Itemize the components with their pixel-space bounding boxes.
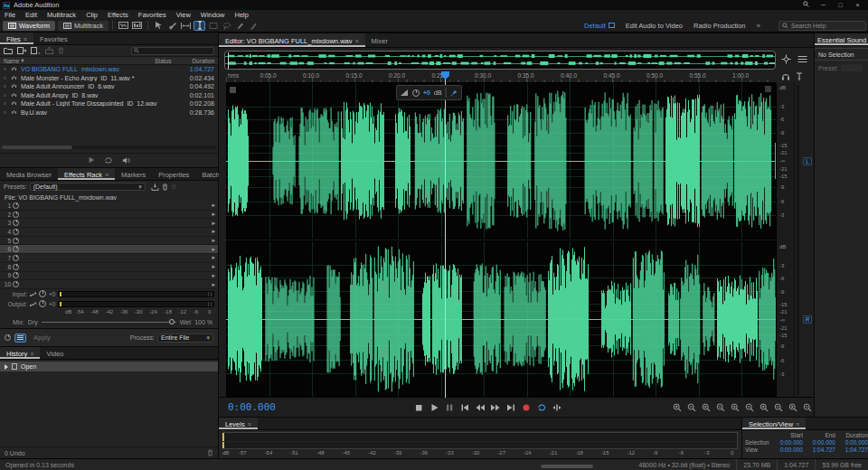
vertical-scrollbar[interactable] [797, 85, 799, 396]
panel-menu-icon[interactable]: ≡ [354, 38, 358, 44]
brush-tool-icon[interactable] [248, 21, 259, 31]
view-duration[interactable]: 1:04.727 [835, 446, 868, 453]
chevron-right-icon[interactable]: › [4, 66, 11, 72]
play-button[interactable] [428, 401, 439, 413]
effect-slot-2[interactable]: 2▸ [0, 211, 218, 220]
tab-selection-view[interactable]: Selection/View≡ [742, 418, 806, 429]
chevron-right-icon[interactable]: › [4, 83, 11, 89]
help-search-input[interactable] [791, 23, 863, 29]
close-button[interactable]: × [850, 1, 865, 10]
effect-slot-8[interactable]: 8▸ [0, 263, 218, 272]
selection-start[interactable]: 0:00.000 [772, 439, 803, 446]
file-row[interactable]: ›Male Monster - Echo Angry_ID_11.wav *0:… [0, 74, 218, 83]
pause-button[interactable] [443, 401, 455, 413]
zoom-out-full-button[interactable] [700, 401, 712, 413]
lasso-selection-tool-icon[interactable] [221, 21, 232, 31]
effect-slot-3[interactable]: 3▸ [0, 219, 218, 228]
multitrack-view-button[interactable]: Multitrack [58, 21, 108, 31]
effect-slot-7[interactable]: 7▸ [0, 254, 218, 263]
slot-arrow-icon[interactable]: ▸ [212, 211, 215, 218]
process-select[interactable]: Entire File▾ [157, 334, 213, 343]
playhead-line[interactable] [445, 71, 446, 398]
time-selection-tool-icon[interactable] [193, 21, 205, 31]
menu-window[interactable]: Window [201, 11, 225, 19]
zoom-reset-button[interactable] [729, 401, 741, 413]
files-search-input[interactable] [141, 48, 212, 54]
slot-power-icon[interactable] [13, 255, 19, 261]
preview-loop-button[interactable] [104, 156, 113, 164]
monitor-headphones-icon[interactable] [781, 72, 790, 82]
workspace-default[interactable]: Default [584, 22, 615, 30]
zoom-in-amplitude-button[interactable] [772, 401, 784, 413]
volume-hud[interactable]: +0 dB [396, 85, 462, 100]
tab-mixer[interactable]: Mixer [365, 33, 394, 47]
zoom-out-time-button[interactable] [758, 401, 769, 413]
menu-multitrack[interactable]: Multitrack [47, 11, 76, 19]
panel-menu-icon[interactable]: ≡ [30, 351, 33, 357]
file-row[interactable]: ›Male Adult Angry_ID_8.wav0:02.101 [0, 91, 218, 100]
waveform-left-channel[interactable] [226, 83, 776, 239]
zoom-in-left-edge-button[interactable] [671, 401, 683, 413]
slot-power-icon[interactable] [13, 212, 19, 218]
auto-play-speaker-icon[interactable] [122, 156, 131, 164]
wave-corner-widget[interactable] [230, 87, 236, 93]
panel-menu-icon[interactable]: ≡ [24, 36, 27, 42]
scrollbar-thumb[interactable] [2, 146, 72, 149]
view-start[interactable]: 0:00.000 [772, 446, 803, 453]
waveform-display[interactable] [226, 83, 776, 398]
history-entry-open[interactable]: Open [0, 362, 218, 371]
chevron-right-icon[interactable]: › [4, 109, 11, 116]
tab-favorites[interactable]: Favorites [33, 33, 74, 44]
resize-grip[interactable] [541, 465, 593, 468]
tab-files[interactable]: Files≡ [0, 33, 33, 44]
menu-view[interactable]: View [176, 11, 191, 19]
preview-play-button[interactable] [88, 156, 95, 164]
channel-badge-l[interactable]: L [803, 157, 812, 165]
zoom-in-time-button[interactable] [743, 401, 755, 413]
slot-arrow-icon[interactable]: ▸ [212, 220, 215, 227]
input-gain-knob[interactable] [39, 290, 46, 297]
mix-slider[interactable] [42, 322, 176, 323]
amplitude-ruler[interactable]: dB-3-6-9-15-21-∞-21-15-9-6-3dB-3-6-9-15-… [776, 83, 794, 398]
tab-essential-sound[interactable]: Essential Sound [815, 33, 868, 45]
slot-power-icon[interactable] [13, 220, 19, 226]
slot-arrow-icon[interactable]: ▸ [212, 263, 215, 270]
rack-power-button[interactable] [5, 334, 11, 341]
timeline-ruler[interactable]: hms 0:05.00:10.00:15.00:20.00:25.00:30.0… [226, 71, 776, 83]
fast-forward-button[interactable] [489, 401, 501, 413]
slot-arrow-icon[interactable]: ▸ [212, 228, 215, 235]
workspace-edit-audio-to-video[interactable]: Edit Audio to Video [626, 22, 683, 30]
menu-favorites[interactable]: Favorites [138, 11, 166, 19]
razor-tool-icon[interactable] [166, 21, 178, 31]
hud-pin-icon[interactable] [450, 89, 458, 97]
file-row[interactable]: ›Male Adult - Light Tone Dissapointed_ID… [0, 99, 218, 108]
workspace-radio-production[interactable]: Radio Production [693, 22, 746, 30]
chevron-right-icon[interactable]: › [4, 75, 11, 81]
tab-video[interactable]: Video [40, 347, 70, 359]
mix-slider-handle[interactable] [169, 319, 175, 324]
files-horizontal-scrollbar[interactable] [2, 146, 217, 149]
waveform-display-icon[interactable] [118, 21, 129, 31]
column-status[interactable]: Status [155, 58, 180, 64]
hud-gain-knob[interactable] [412, 89, 420, 97]
maximize-button[interactable]: □ [833, 1, 848, 10]
pin-icon[interactable] [796, 72, 803, 82]
slot-arrow-icon[interactable]: ▸ [212, 254, 215, 261]
menu-help[interactable]: Help [235, 11, 249, 19]
column-duration[interactable]: Duration [180, 58, 214, 64]
tab-effects-rack[interactable]: Effects Rack≡ [58, 168, 115, 180]
open-folder-icon[interactable] [4, 47, 13, 54]
tab-media-browser[interactable]: Media Browser [0, 168, 58, 180]
record-button[interactable] [520, 401, 532, 413]
spot-zoom-icon[interactable] [781, 54, 791, 66]
tab-markers[interactable]: Markers [115, 168, 152, 180]
files-column-header[interactable]: Name▾ Status Duration [0, 57, 218, 65]
spectral-display-icon[interactable] [131, 21, 143, 31]
favorite-preset-icon[interactable]: ☆ [171, 183, 177, 191]
selection-end[interactable]: 0:00.000 [803, 439, 835, 446]
file-row[interactable]: ›VO BIGBANG FULL_mixdown.wav1:04.727 [0, 65, 218, 74]
menu-effects[interactable]: Effects [108, 11, 128, 19]
effect-slot-4[interactable]: 4▸ [0, 228, 218, 237]
panel-menu-icon[interactable]: ≡ [796, 421, 799, 428]
slot-arrow-icon[interactable]: ▸ [212, 246, 215, 253]
